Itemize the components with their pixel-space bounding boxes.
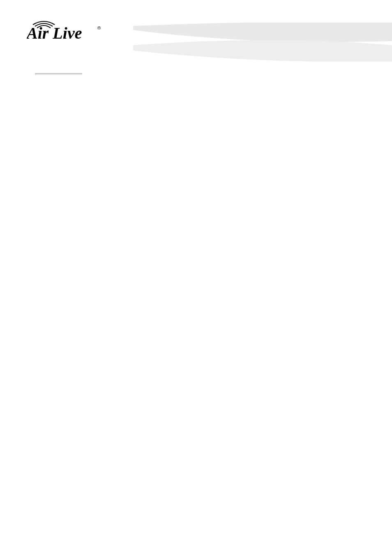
header-swoosh (133, 23, 392, 62)
logo-svg: Air Live ® (27, 17, 105, 42)
svg-text:®: ® (97, 25, 101, 30)
brand-logo: Air Live ® (27, 17, 109, 43)
page-header: Air Live ® (0, 0, 392, 76)
header-underline (35, 73, 82, 75)
svg-text:Air Live: Air Live (27, 24, 82, 42)
